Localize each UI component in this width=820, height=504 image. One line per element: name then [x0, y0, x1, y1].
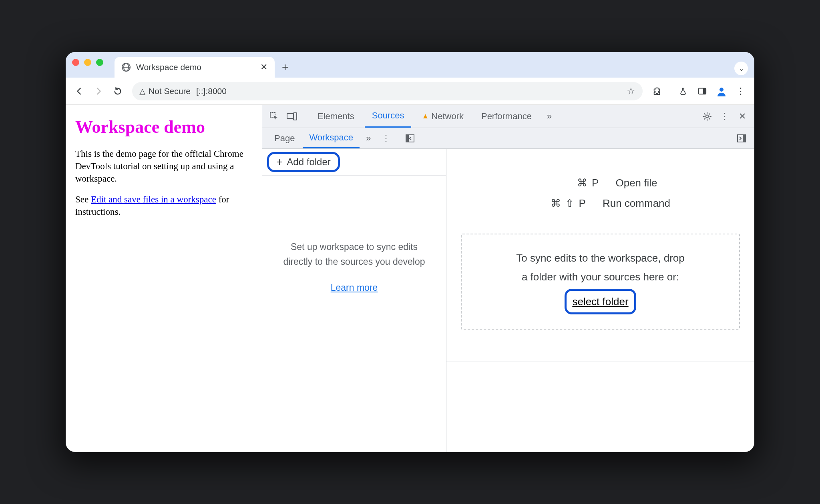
security-label: Not Secure	[149, 86, 191, 96]
tutorial-link[interactable]: Edit and save files in a workspace	[91, 194, 216, 204]
tab-sources-label: Sources	[372, 110, 404, 121]
titlebar: Workspace demo ✕ + ⌄	[66, 52, 754, 78]
shortcut-open-file: ⌘ P Open file	[543, 177, 657, 189]
svg-rect-8	[406, 135, 409, 142]
tab-elements-label: Elements	[318, 111, 354, 122]
devtools-main-tabs: Elements Sources ▲Network Performance » …	[262, 105, 754, 128]
tab-title: Workspace demo	[136, 62, 201, 72]
toolbar-divider	[670, 85, 670, 97]
address-bar: △ Not Secure [::]:8000 ☆ ⋮	[66, 78, 754, 105]
extensions-icon[interactable]	[649, 83, 665, 99]
browser-window: Workspace demo ✕ + ⌄ △ Not Secure [::]:8…	[66, 52, 754, 452]
shortcut-run-command: ⌘ ⇧ P Run command	[531, 197, 670, 210]
rendered-page: Workspace demo This is the demo page for…	[66, 105, 262, 452]
dropzone-line1: To sync edits to the workspace, drop	[474, 249, 727, 268]
minimize-window-icon[interactable]	[84, 59, 91, 66]
tab-network-label: Network	[431, 111, 464, 122]
content-split: Workspace demo This is the demo page for…	[66, 105, 754, 452]
new-tab-button[interactable]: +	[282, 61, 288, 78]
add-folder-label: Add folder	[287, 156, 330, 168]
open-file-label: Open file	[615, 177, 657, 189]
workspace-help-message: Set up workspace to sync edits directly …	[278, 240, 430, 269]
tabs-dropdown-button[interactable]: ⌄	[734, 62, 748, 75]
globe-icon	[122, 63, 131, 72]
svg-rect-1	[703, 88, 706, 94]
profile-avatar[interactable]	[713, 83, 730, 99]
chrome-menu-icon[interactable]: ⋮	[733, 83, 749, 99]
forward-button[interactable]	[90, 83, 107, 99]
maximize-window-icon[interactable]	[96, 59, 103, 66]
editor-bottom-divider	[446, 362, 754, 362]
dropzone-line2: a folder with your sources here or:	[474, 268, 727, 286]
bookmark-star-icon[interactable]: ☆	[627, 86, 635, 97]
omnibox[interactable]: △ Not Secure [::]:8000 ☆	[132, 82, 643, 100]
subtab-page-label: Page	[274, 133, 295, 144]
svg-point-6	[706, 115, 709, 118]
tab-sources[interactable]: Sources	[365, 105, 412, 128]
page-paragraph-1: This is the demo page for the official C…	[75, 148, 252, 185]
warning-triangle-icon: △	[139, 86, 145, 96]
shortcut-hints: ⌘ P Open file ⌘ ⇧ P Run command	[446, 149, 754, 226]
close-devtools-icon[interactable]: ✕	[735, 109, 750, 124]
device-toolbar-icon[interactable]	[285, 109, 299, 124]
page-paragraph-2: See Edit and save files in a workspace f…	[75, 193, 252, 218]
back-button[interactable]	[71, 83, 87, 99]
labs-icon[interactable]	[675, 83, 691, 99]
security-badge[interactable]: △ Not Secure	[139, 86, 191, 96]
devtools-panel: Elements Sources ▲Network Performance » …	[262, 105, 754, 452]
close-window-icon[interactable]	[72, 59, 79, 66]
more-subtabs-icon[interactable]: »	[361, 131, 376, 146]
open-file-keys: ⌘ P	[543, 177, 599, 189]
workspace-help-text: Set up workspace to sync edits directly …	[262, 176, 446, 452]
close-tab-icon[interactable]: ✕	[260, 62, 267, 72]
learn-more-link[interactable]: Learn more	[331, 280, 378, 295]
workspace-navigator: + Add folder Set up workspace to sync ed…	[262, 149, 446, 452]
subtab-workspace-label: Workspace	[309, 132, 353, 143]
reload-button[interactable]	[110, 83, 126, 99]
window-controls	[72, 52, 103, 78]
sources-panels: + Add folder Set up workspace to sync ed…	[262, 149, 754, 452]
toggle-navigator-icon[interactable]	[403, 131, 417, 146]
run-command-label: Run command	[603, 197, 670, 210]
subtab-page[interactable]: Page	[268, 128, 301, 148]
toggle-debugger-icon[interactable]	[734, 131, 749, 146]
plus-icon: +	[276, 156, 283, 168]
add-folder-button[interactable]: + Add folder	[267, 152, 340, 172]
url-text: [::]:8000	[196, 86, 227, 96]
add-folder-row: + Add folder	[262, 149, 446, 176]
editor-pane: ⌘ P Open file ⌘ ⇧ P Run command To sync …	[446, 149, 754, 452]
select-folder-button[interactable]: select folder	[565, 289, 636, 315]
page-heading: Workspace demo	[75, 115, 252, 139]
subtab-workspace[interactable]: Workspace	[303, 128, 360, 148]
svg-point-2	[720, 88, 724, 92]
svg-rect-5	[293, 113, 297, 120]
browser-tab[interactable]: Workspace demo ✕	[115, 57, 275, 78]
see-prefix: See	[75, 194, 91, 204]
tab-network[interactable]: ▲Network	[414, 105, 471, 128]
workspace-dropzone[interactable]: To sync edits to the workspace, drop a f…	[461, 234, 740, 330]
svg-rect-4	[287, 114, 293, 118]
inspect-element-icon[interactable]	[267, 109, 281, 124]
more-tabs-icon[interactable]: »	[542, 109, 557, 124]
run-command-keys: ⌘ ⇧ P	[531, 197, 587, 210]
tab-elements[interactable]: Elements	[310, 105, 362, 128]
warning-icon: ▲	[422, 112, 429, 120]
tab-performance-label: Performance	[481, 111, 532, 122]
svg-rect-10	[743, 135, 746, 142]
devtools-menu-icon[interactable]: ⋮	[718, 109, 732, 124]
settings-gear-icon[interactable]	[700, 109, 714, 124]
tab-performance[interactable]: Performance	[474, 105, 539, 128]
side-panel-icon[interactable]	[694, 83, 710, 99]
sources-subtabs: Page Workspace » ⋮	[262, 128, 754, 149]
subtabs-menu-icon[interactable]: ⋮	[379, 131, 393, 146]
